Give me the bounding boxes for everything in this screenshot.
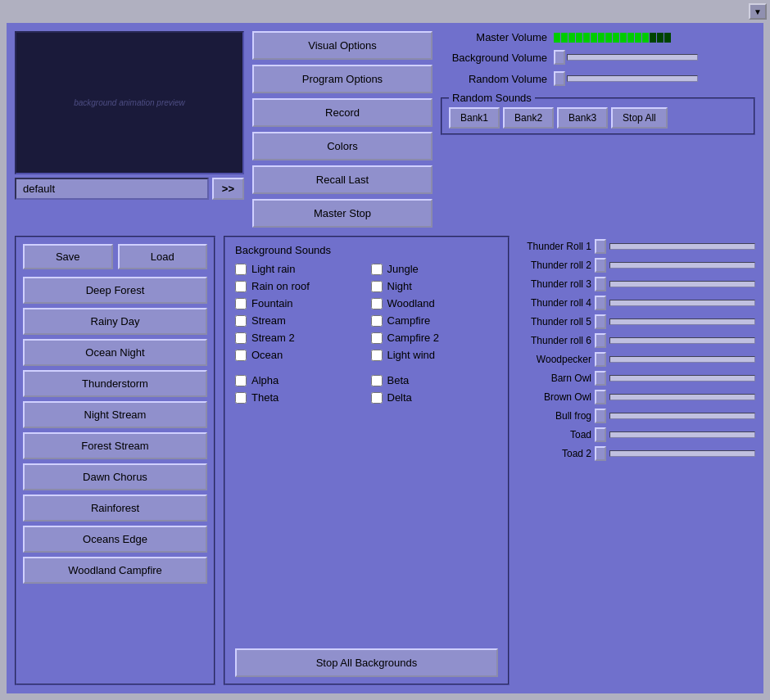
preset-rainforest[interactable]: Rainforest: [23, 495, 207, 522]
background-volume-label: Background Volume: [441, 52, 547, 64]
toad-track: [609, 431, 755, 438]
preview-area: background animation preview default >>: [15, 31, 244, 228]
checkbox-light-wind: Light wind: [371, 349, 499, 361]
thunder-roll-1-track: [609, 243, 755, 250]
preset-thunderstorm[interactable]: Thunderstorm: [23, 370, 207, 397]
main-content: background animation preview default >> …: [7, 23, 763, 693]
brown-owl-track: [609, 394, 755, 400]
visual-options-button[interactable]: Visual Options: [252, 31, 433, 60]
checkbox-theta-input[interactable]: [235, 392, 247, 404]
bank3-button[interactable]: Bank3: [557, 107, 608, 129]
thunder-roll-2-thumb[interactable]: [595, 258, 606, 273]
random-sounds-label: Random Sounds: [449, 92, 535, 104]
thunder-roll-2-track: [609, 262, 755, 269]
checkbox-campfire-input[interactable]: [371, 315, 383, 327]
bull-frog-thumb[interactable]: [595, 409, 606, 423]
checkbox-woodland-input[interactable]: [371, 298, 383, 309]
dropdown-button[interactable]: ▼: [749, 3, 767, 20]
thunder-roll-1-thumb[interactable]: [595, 239, 606, 254]
checkbox-fountain-input[interactable]: [235, 298, 247, 309]
toad-2-thumb[interactable]: [595, 446, 606, 461]
background-volume-thumb[interactable]: [554, 50, 565, 65]
brainwaves-grid: Alpha Beta Theta Delta: [235, 374, 498, 404]
woodpecker-track: [609, 356, 755, 363]
toad-thumb[interactable]: [595, 427, 606, 442]
random-volume-track: [567, 75, 698, 82]
record-button[interactable]: Record: [252, 98, 433, 127]
bg-sounds-title: Background Sounds: [235, 244, 498, 256]
bull-frog-row: Bull frog: [518, 409, 755, 423]
background-volume-row: Background Volume: [441, 50, 755, 65]
checkbox-ocean-input[interactable]: [235, 350, 247, 361]
woodpecker-thumb[interactable]: [595, 352, 606, 367]
brown-owl-thumb[interactable]: [595, 390, 606, 404]
random-volume-label: Random Volume: [441, 73, 547, 85]
recall-last-button[interactable]: Recall Last: [252, 165, 433, 194]
thunder-roll-3-thumb[interactable]: [595, 277, 606, 291]
save-button[interactable]: Save: [23, 244, 113, 269]
checkbox-stream-input[interactable]: [235, 315, 247, 327]
preset-deep-forest[interactable]: Deep Forest: [23, 277, 207, 304]
preset-oceans-edge[interactable]: Oceans Edge: [23, 526, 207, 553]
preset-rainy-day[interactable]: Rainy Day: [23, 308, 207, 335]
toad-row: Toad: [518, 427, 755, 442]
checkbox-jungle-input[interactable]: [371, 264, 383, 275]
bank-buttons: Bank1 Bank2 Bank3 Stop All: [449, 107, 747, 129]
bg-sounds-panel: Background Sounds Light rain Jungle Rain…: [224, 236, 510, 685]
checkbox-alpha-input[interactable]: [235, 375, 247, 386]
preset-night-stream[interactable]: Night Stream: [23, 401, 207, 428]
checkbox-stream: Stream: [235, 314, 363, 327]
preset-woodland-campfire[interactable]: Woodland Campfire: [23, 557, 207, 584]
thunder-roll-6-thumb[interactable]: [595, 333, 606, 348]
load-button[interactable]: Load: [118, 244, 208, 269]
checkbox-light-rain: Light rain: [235, 263, 363, 275]
checkbox-alpha: Alpha: [235, 374, 363, 386]
thunder-roll-4-track: [609, 300, 755, 306]
master-volume-bar: [554, 33, 671, 43]
barn-owl-row: Barn Owl: [518, 371, 755, 386]
toad-2-track: [609, 450, 755, 457]
presets-panel: Save Load Deep Forest Rainy Day Ocean Ni…: [15, 236, 215, 685]
checkbox-delta-input[interactable]: [371, 392, 383, 404]
preset-dawn-chorus[interactable]: Dawn Chorus: [23, 463, 207, 490]
thunder-roll-5-track: [609, 318, 755, 325]
checkbox-night: Night: [371, 280, 499, 292]
preset-label: default: [15, 178, 209, 200]
stop-all-backgrounds-button[interactable]: Stop All Backgrounds: [235, 648, 498, 677]
preview-box: background animation preview: [15, 31, 244, 174]
thunder-roll-5-thumb[interactable]: [595, 314, 606, 329]
top-section: background animation preview default >> …: [15, 31, 755, 228]
master-stop-button[interactable]: Master Stop: [252, 199, 433, 228]
thunder-roll-4-thumb[interactable]: [595, 296, 606, 310]
program-options-button[interactable]: Program Options: [252, 65, 433, 93]
preview-footer: default >>: [15, 178, 244, 200]
checkbox-campfire2-input[interactable]: [371, 332, 383, 344]
checkbox-campfire: Campfire: [371, 314, 499, 327]
bank1-button[interactable]: Bank1: [449, 107, 500, 129]
checkbox-light-rain-input[interactable]: [235, 264, 247, 275]
checkbox-light-wind-input[interactable]: [371, 350, 383, 361]
background-volume-track: [567, 54, 698, 61]
thunder-roll-6-row: Thunder roll 6: [518, 333, 755, 348]
random-volume-thumb[interactable]: [554, 71, 565, 86]
thunder-roll-6-track: [609, 337, 755, 344]
checkbox-rain-on-roof-input[interactable]: [235, 281, 247, 292]
barn-owl-thumb[interactable]: [595, 371, 606, 386]
stop-all-random-button[interactable]: Stop All: [611, 107, 668, 129]
thunder-roll-3-row: Thunder roll 3: [518, 277, 755, 291]
thunder-roll-1-row: Thunder Roll 1: [518, 239, 755, 254]
bank2-button[interactable]: Bank2: [503, 107, 554, 129]
checkbox-stream2-input[interactable]: [235, 332, 247, 344]
colors-button[interactable]: Colors: [252, 132, 433, 160]
thunder-roll-5-row: Thunder roll 5: [518, 314, 755, 329]
random-volume-row: Random Volume: [441, 71, 755, 86]
sound-sliders-panel: Thunder Roll 1 Thunder roll 2 Thunder ro…: [518, 236, 755, 685]
preset-ocean-night[interactable]: Ocean Night: [23, 339, 207, 366]
checkbox-beta-input[interactable]: [371, 375, 383, 386]
presets-top-buttons: Save Load: [23, 244, 207, 269]
bottom-section: Save Load Deep Forest Rainy Day Ocean Ni…: [15, 236, 755, 685]
nav-button[interactable]: >>: [212, 178, 244, 200]
preset-forest-stream[interactable]: Forest Stream: [23, 432, 207, 459]
checkbox-night-input[interactable]: [371, 281, 383, 292]
barn-owl-track: [609, 375, 755, 382]
